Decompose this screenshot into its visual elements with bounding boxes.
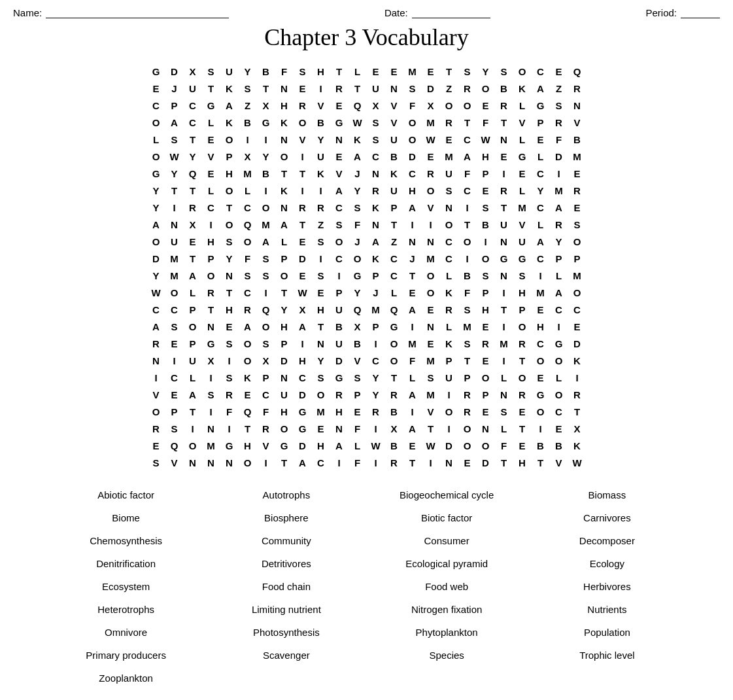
grid-cell: Z xyxy=(312,216,330,233)
grid-cell: R xyxy=(367,403,385,420)
grid-cell: E xyxy=(477,182,495,199)
word-item: Biosphere xyxy=(213,510,360,526)
grid-cell: B xyxy=(568,131,587,148)
grid-cell: S xyxy=(477,267,495,284)
grid-cell: Q xyxy=(239,216,257,233)
grid-cell: E xyxy=(532,369,550,386)
grid-cell: H xyxy=(202,233,220,250)
grid-cell: P xyxy=(385,199,403,216)
grid-cell: O xyxy=(440,97,458,114)
grid-row: GDXSUYBFSHTLEEMETSYSOCEQ xyxy=(147,63,587,80)
grid-cell: O xyxy=(202,267,220,284)
grid-cell: C xyxy=(257,386,275,403)
grid-cell: U xyxy=(220,63,239,80)
grid-cell: C xyxy=(568,301,587,318)
grid-cell: P xyxy=(550,250,568,267)
grid-cell: Y xyxy=(312,131,330,148)
grid-cell: B xyxy=(330,318,349,335)
grid-cell: O xyxy=(458,233,477,250)
grid-cell: I xyxy=(239,131,257,148)
grid-cell: N xyxy=(422,318,440,335)
word-item xyxy=(373,670,520,686)
grid-cell: S xyxy=(458,301,477,318)
grid-cell: S xyxy=(403,80,422,97)
grid-cell: F xyxy=(257,403,275,420)
grid-cell: N xyxy=(495,131,513,148)
grid-cell: M xyxy=(422,352,440,369)
grid-cell: P xyxy=(367,318,385,335)
grid-cell: O xyxy=(568,233,587,250)
grid-cell: H xyxy=(312,437,330,454)
grid-cell: M xyxy=(568,267,587,284)
grid-cell: E xyxy=(239,386,257,403)
grid-cell: H xyxy=(239,437,257,454)
grid-cell: O xyxy=(220,182,239,199)
grid-cell: N xyxy=(220,454,239,471)
grid-cell: E xyxy=(477,403,495,420)
grid-cell: U xyxy=(330,335,349,352)
grid-cell: N xyxy=(330,131,349,148)
grid-cell: F xyxy=(349,216,367,233)
grid-cell: G xyxy=(513,148,532,165)
period-input[interactable] xyxy=(681,7,720,18)
grid-cell: M xyxy=(568,148,587,165)
word-item: Ecosystem xyxy=(52,578,199,595)
grid-cell: X xyxy=(184,216,202,233)
name-input[interactable] xyxy=(46,7,229,18)
grid-cell: V xyxy=(513,216,532,233)
grid-cell: E xyxy=(165,386,184,403)
grid-cell: X xyxy=(184,63,202,80)
grid-cell: I xyxy=(165,199,184,216)
grid-cell: E xyxy=(294,267,312,284)
grid-cell: O xyxy=(147,148,165,165)
grid-cell: R xyxy=(330,80,349,97)
grid-cell: K xyxy=(275,182,294,199)
grid-cell: N xyxy=(440,454,458,471)
grid-cell: I xyxy=(422,454,440,471)
grid-cell: C xyxy=(440,233,458,250)
grid-cell: I xyxy=(165,352,184,369)
grid-cell: O xyxy=(147,114,165,131)
grid-cell: A xyxy=(550,199,568,216)
grid-cell: E xyxy=(568,318,587,335)
grid-cell: O xyxy=(275,420,294,437)
grid-cell: N xyxy=(275,199,294,216)
wordsearch-grid: GDXSUYBFSHTLEEMETSYSOCEQEJUTKSTNEIRTUNSD… xyxy=(13,63,720,471)
grid-cell: T xyxy=(568,403,587,420)
word-item: Limiting nutrient xyxy=(213,601,360,618)
grid-cell: P xyxy=(367,267,385,284)
grid-cell: T xyxy=(532,454,550,471)
grid-cell: V xyxy=(294,131,312,148)
grid-cell: J xyxy=(349,165,367,182)
grid-cell: I xyxy=(568,369,587,386)
grid-cell: E xyxy=(184,233,202,250)
name-field: Name: xyxy=(13,7,229,18)
grid-cell: E xyxy=(403,437,422,454)
grid-cell: K xyxy=(440,335,458,352)
grid-cell: D xyxy=(568,335,587,352)
grid-cell: T xyxy=(495,199,513,216)
grid-cell: L xyxy=(184,284,202,301)
grid-cell: I xyxy=(403,403,422,420)
date-input[interactable] xyxy=(412,7,490,18)
grid-cell: E xyxy=(294,80,312,97)
grid-cell: X xyxy=(294,301,312,318)
grid-row: REPGSOSPINUBIOMEKSRMRCGD xyxy=(147,335,587,352)
grid-cell: V xyxy=(202,148,220,165)
grid-cell: I xyxy=(477,233,495,250)
grid-cell: E xyxy=(294,233,312,250)
grid-cell: I xyxy=(312,182,330,199)
grid-cell: O xyxy=(403,131,422,148)
grid-cell: S xyxy=(349,199,367,216)
grid-cell: I xyxy=(532,420,550,437)
grid-row: VEASRECUDORPYRAMIRPNRGOR xyxy=(147,386,587,403)
grid-cell: N xyxy=(202,420,220,437)
grid-cell: K xyxy=(440,284,458,301)
grid-cell: E xyxy=(513,437,532,454)
grid-cell: N xyxy=(440,199,458,216)
grid-cell: P xyxy=(440,352,458,369)
grid-cell: U xyxy=(385,131,403,148)
grid-cell: N xyxy=(477,420,495,437)
grid-cell: L xyxy=(202,182,220,199)
word-item: Food web xyxy=(373,578,520,595)
